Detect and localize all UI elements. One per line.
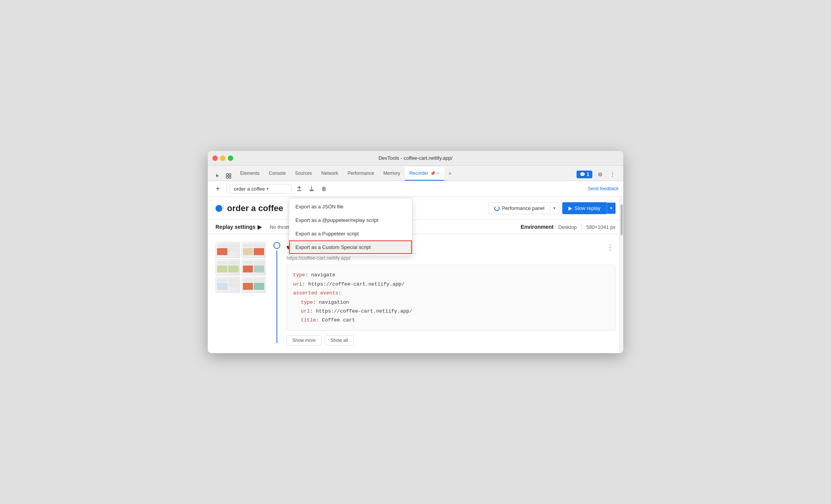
header-actions: Performance panel ▾ ▶ Slow replay ▾ xyxy=(488,202,616,214)
timeline-area: ▾ Coffee cart ⋮ https://coffee-cart.netl… xyxy=(273,242,616,345)
titlebar: DevTools - coffee-cart.netlify.app/ xyxy=(208,151,623,166)
screenshot-6[interactable] xyxy=(241,277,266,293)
code-line-2: url: https://coffee-cart.netlify.app/ xyxy=(293,280,609,289)
import-download-icon[interactable] xyxy=(307,184,316,193)
show-all-button[interactable]: Show all xyxy=(325,335,354,345)
environment-device: Desktop xyxy=(558,224,577,230)
export-puppeteer-replay-item[interactable]: Export as a @puppeteer/replay script xyxy=(289,213,412,227)
code-line-3: asserted events: xyxy=(293,289,609,298)
tab-more[interactable]: » xyxy=(444,167,456,181)
timeline-line xyxy=(276,250,277,343)
chat-button[interactable]: 💬 1 xyxy=(577,171,592,178)
content-area: order a coffee ✎ Performance panel ▾ ▶ S… xyxy=(208,197,623,353)
svg-rect-1 xyxy=(229,174,231,176)
screenshot-panel xyxy=(215,242,266,345)
performance-panel-dropdown-arrow[interactable]: ▾ xyxy=(550,203,559,213)
slow-replay-button[interactable]: ▶ Slow replay ▾ xyxy=(562,202,616,214)
env-separator xyxy=(581,224,582,230)
environment-label: Environment xyxy=(521,224,554,230)
more-vert-icon[interactable]: ⋮ xyxy=(608,170,617,179)
minimize-button[interactable] xyxy=(220,156,226,161)
code-line-1: type: navigate xyxy=(293,271,609,279)
settings-row: Replay settings ▶ No throttling Timeout:… xyxy=(208,220,623,234)
step-header: ▾ Coffee cart ⋮ https://coffee-cart.netl… xyxy=(273,242,616,345)
scrollbar-thumb[interactable] xyxy=(621,205,623,235)
export-upload-icon[interactable] xyxy=(295,184,304,193)
svg-rect-0 xyxy=(226,174,228,176)
screenshot-5[interactable] xyxy=(215,277,240,293)
window-title: DevTools - coffee-cart.netlify.app/ xyxy=(378,155,453,161)
recording-header: order a coffee ✎ Performance panel ▾ ▶ S… xyxy=(208,197,623,220)
refresh-icon xyxy=(494,206,500,211)
tab-elements[interactable]: Elements xyxy=(236,167,264,181)
toolbar-divider xyxy=(226,184,227,193)
code-line-4: type: navigation xyxy=(293,298,609,307)
performance-panel-main[interactable]: Performance panel xyxy=(489,203,550,214)
code-block: type: navigate url: https://coffee-cart.… xyxy=(287,265,616,330)
step-content: ▾ Coffee cart ⋮ https://coffee-cart.netl… xyxy=(287,242,616,345)
send-feedback-link[interactable]: Send feedback xyxy=(588,186,619,191)
recording-status-dot xyxy=(215,205,222,212)
performance-panel-button[interactable]: Performance panel ▾ xyxy=(488,202,559,214)
devtools-window: DevTools - coffee-cart.netlify.app/ Elem… xyxy=(208,151,623,353)
tab-sources[interactable]: Sources xyxy=(290,167,317,181)
recording-selector[interactable]: order a coffee ▾ xyxy=(230,184,292,194)
screenshot-2[interactable] xyxy=(241,242,266,258)
settings-icon[interactable]: ⚙ xyxy=(595,170,605,179)
add-recording-button[interactable]: + xyxy=(212,183,223,194)
code-line-5: url: https://coffee-cart.netlify.app/ xyxy=(293,307,609,316)
screenshot-3[interactable] xyxy=(215,259,240,276)
screenshot-1[interactable] xyxy=(215,242,240,258)
replay-settings-button[interactable]: Replay settings ▶ xyxy=(215,224,262,230)
cursor-icon[interactable] xyxy=(213,171,222,181)
export-json-item[interactable]: Export as a JSON file xyxy=(289,200,412,213)
step-url: https://coffee-cart.netlify.app/ xyxy=(287,255,616,261)
screenshot-4[interactable] xyxy=(241,259,266,276)
devtools-tabs: Elements Console Sources Network Perform… xyxy=(208,166,623,181)
environment-section: Environment Desktop 580×1041 px xyxy=(521,224,616,230)
slow-replay-main[interactable]: ▶ Slow replay xyxy=(562,202,607,214)
chevron-down-icon: ▾ xyxy=(266,186,269,191)
tab-recorder[interactable]: Recorder 📌 × xyxy=(405,167,444,181)
screenshot-grid xyxy=(215,242,266,293)
timeline-marker xyxy=(273,242,280,343)
tab-network[interactable]: Network xyxy=(317,167,343,181)
delete-icon[interactable]: 🗑 xyxy=(319,184,329,193)
maximize-button[interactable] xyxy=(228,156,233,161)
tab-memory[interactable]: Memory xyxy=(379,167,405,181)
recording-title: order a coffee xyxy=(227,203,283,213)
svg-rect-3 xyxy=(229,176,231,178)
show-more-button[interactable]: Show more xyxy=(287,335,322,345)
slow-replay-dropdown-arrow[interactable]: ▾ xyxy=(607,203,616,214)
svg-rect-2 xyxy=(226,176,228,178)
layers-icon[interactable] xyxy=(224,171,233,181)
timeline-dot xyxy=(273,242,280,249)
tab-icons-right: 💬 1 ⚙ ⋮ xyxy=(573,170,620,181)
tab-console[interactable]: Console xyxy=(264,167,290,181)
show-more-row: Show more Show all xyxy=(287,335,616,345)
tab-icons-left xyxy=(211,171,236,181)
environment-dimensions: 580×1041 px xyxy=(586,224,616,230)
export-dropdown: Export as a JSON file Export as a @puppe… xyxy=(289,198,412,256)
export-custom-special-item[interactable]: Export as a Custom Special script xyxy=(289,240,412,254)
step-more-button[interactable]: ⋮ xyxy=(605,242,616,253)
scrollbar-track[interactable] xyxy=(619,197,623,353)
toolbar: + order a coffee ▾ 🗑 Send feedback Expor… xyxy=(208,181,623,197)
tab-performance[interactable]: Performance xyxy=(343,167,379,181)
traffic-lights xyxy=(212,156,233,161)
export-puppeteer-item[interactable]: Export as a Puppeteer script xyxy=(289,227,412,240)
code-line-6: title: Coffee cart xyxy=(293,316,609,325)
close-button[interactable] xyxy=(212,156,218,161)
recording-main-content: ▾ Coffee cart ⋮ https://coffee-cart.netl… xyxy=(208,234,623,353)
